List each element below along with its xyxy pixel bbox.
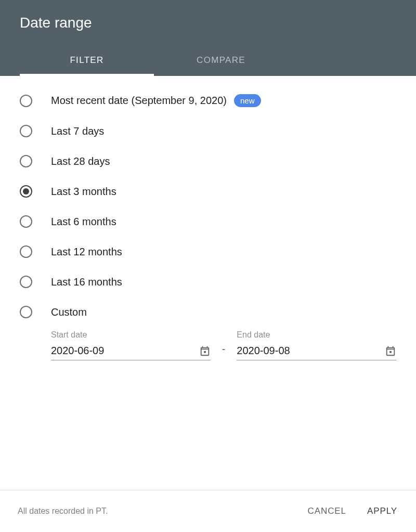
option-label: Last 28 days <box>51 155 110 167</box>
tabs: FILTER COMPARE <box>0 46 416 76</box>
radio-icon <box>20 95 32 107</box>
option-last-7-days[interactable]: Last 7 days <box>20 116 396 146</box>
option-last-3-months[interactable]: Last 3 months <box>20 176 396 206</box>
end-date-field: End date <box>237 330 396 360</box>
radio-icon <box>20 215 32 228</box>
option-label: Last 12 months <box>51 246 122 258</box>
footer-actions: CANCEL APPLY <box>307 503 398 520</box>
option-label: Last 16 months <box>51 276 122 288</box>
start-date-input[interactable] <box>51 345 199 357</box>
radio-icon <box>20 306 32 318</box>
option-last-12-months[interactable]: Last 12 months <box>20 237 396 267</box>
new-badge: new <box>234 94 261 107</box>
option-last-28-days[interactable]: Last 28 days <box>20 146 396 176</box>
option-custom[interactable]: Custom <box>20 297 396 327</box>
calendar-icon[interactable] <box>199 345 211 357</box>
tab-filter[interactable]: FILTER <box>20 46 154 76</box>
end-date-label: End date <box>237 330 396 340</box>
radio-icon <box>20 185 32 198</box>
cancel-button[interactable]: CANCEL <box>307 503 347 520</box>
option-label: Last 6 months <box>51 216 116 228</box>
option-label: Last 7 days <box>51 125 104 137</box>
apply-button[interactable]: APPLY <box>366 503 398 520</box>
calendar-icon[interactable] <box>385 345 396 357</box>
option-label: Custom <box>51 306 87 318</box>
option-last-6-months[interactable]: Last 6 months <box>20 206 396 237</box>
dialog-header: Date range FILTER COMPARE <box>0 0 416 76</box>
start-date-label: Start date <box>51 330 211 340</box>
end-date-input[interactable] <box>237 345 385 357</box>
dialog-footer: All dates recorded in PT. CANCEL APPLY <box>0 490 416 532</box>
radio-icon <box>20 276 32 288</box>
option-most-recent[interactable]: Most recent date (September 9, 2020) new <box>20 85 396 116</box>
date-range-separator: - <box>211 343 237 360</box>
option-last-16-months[interactable]: Last 16 months <box>20 267 396 297</box>
option-label: Most recent date (September 9, 2020) <box>51 95 227 107</box>
date-fields: Start date - End date <box>51 330 396 360</box>
options-panel: Most recent date (September 9, 2020) new… <box>0 76 416 490</box>
dialog-title: Date range <box>0 15 416 46</box>
tab-compare[interactable]: COMPARE <box>154 46 288 76</box>
radio-icon <box>20 245 32 258</box>
radio-icon <box>20 155 32 167</box>
option-label: Last 3 months <box>51 186 116 198</box>
timezone-note: All dates recorded in PT. <box>18 507 307 516</box>
radio-icon <box>20 125 32 137</box>
start-date-field: Start date <box>51 330 211 360</box>
